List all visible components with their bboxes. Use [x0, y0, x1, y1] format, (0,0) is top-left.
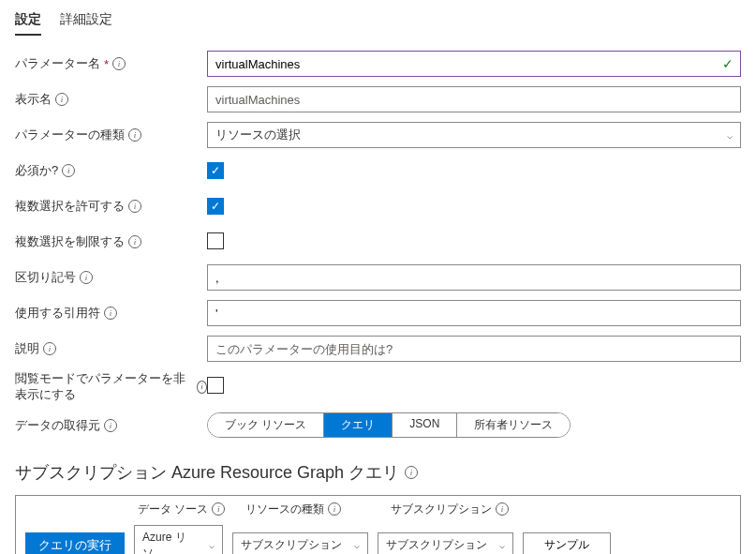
display-name-input[interactable]: [207, 86, 741, 112]
label-hide-reader: 閲覧モードでパラメーターを非表示にする: [15, 371, 193, 403]
tab-settings[interactable]: 設定: [15, 7, 41, 36]
resourcetype-label: リソースの種類: [245, 502, 324, 517]
label-description: 説明: [15, 340, 39, 357]
required-checkbox[interactable]: ✓: [207, 162, 224, 179]
label-limit-multi: 複数選択を制限する: [15, 233, 125, 250]
chevron-down-icon: ⌵: [209, 540, 215, 550]
data-from-group: ブック リソース クエリ JSON 所有者リソース: [207, 412, 571, 438]
chevron-down-icon: ⌵: [354, 540, 360, 550]
run-query-button[interactable]: クエリの実行: [25, 532, 125, 554]
hide-reader-checkbox[interactable]: [207, 377, 224, 394]
info-icon[interactable]: i: [496, 502, 509, 516]
pill-owner[interactable]: 所有者リソース: [457, 413, 570, 437]
info-icon[interactable]: i: [328, 502, 341, 516]
info-icon[interactable]: i: [128, 128, 141, 142]
info-icon[interactable]: i: [43, 342, 56, 355]
info-icon[interactable]: i: [405, 466, 418, 479]
info-icon[interactable]: i: [128, 235, 141, 248]
sample-button[interactable]: サンプル: [523, 532, 611, 554]
section-title: サブスクリプション Azure Resource Graph クエリ i: [15, 461, 741, 484]
checkmark-icon: ✓: [722, 56, 734, 71]
quote-input[interactable]: [207, 300, 741, 326]
info-icon[interactable]: i: [128, 200, 141, 213]
allow-multi-checkbox[interactable]: ✓: [207, 198, 224, 215]
required-asterisk: *: [104, 57, 109, 71]
tabs: 設定 詳細設定: [15, 7, 741, 36]
subscription-label: サブスクリプション: [391, 502, 492, 517]
info-icon[interactable]: i: [80, 271, 93, 284]
query-box: データ ソース i リソースの種類 i サブスクリプション i クエリの実行 A…: [15, 495, 741, 554]
info-icon[interactable]: i: [212, 502, 225, 516]
label-param-type: パラメーターの種類: [15, 127, 125, 143]
label-display-name: 表示名: [15, 91, 52, 108]
label-param-name: パラメーター名: [15, 55, 100, 72]
chevron-down-icon: ⌵: [727, 130, 733, 141]
info-icon[interactable]: i: [197, 381, 207, 394]
pill-query[interactable]: クエリ: [324, 413, 393, 437]
limit-multi-checkbox[interactable]: [207, 232, 224, 249]
info-icon[interactable]: i: [112, 57, 126, 70]
tab-advanced[interactable]: 詳細設定: [60, 7, 112, 36]
label-allow-multi: 複数選択を許可する: [15, 198, 125, 215]
info-icon[interactable]: i: [104, 307, 117, 320]
delimiter-input[interactable]: [207, 264, 741, 291]
pill-book[interactable]: ブック リソース: [208, 413, 324, 437]
param-type-select[interactable]: リソースの選択⌵: [207, 122, 741, 148]
pill-json[interactable]: JSON: [393, 413, 457, 437]
datasource-label: データ ソース: [138, 502, 208, 517]
label-data-from: データの取得元: [15, 417, 100, 434]
param-name-input[interactable]: [207, 51, 741, 77]
info-icon[interactable]: i: [62, 164, 75, 177]
label-quote: 使用する引用符: [15, 305, 100, 322]
label-delimiter: 区切り記号: [15, 269, 76, 286]
info-icon[interactable]: i: [104, 419, 117, 432]
description-input[interactable]: [207, 336, 741, 362]
chevron-down-icon: ⌵: [499, 540, 505, 550]
resourcetype-select[interactable]: サブスクリプション⌵: [232, 532, 368, 554]
datasource-select[interactable]: Azure リソ...⌵: [134, 525, 223, 554]
subscription-select[interactable]: サブスクリプション⌵: [378, 532, 513, 554]
info-icon[interactable]: i: [55, 93, 68, 106]
label-required: 必須か?: [15, 162, 58, 179]
